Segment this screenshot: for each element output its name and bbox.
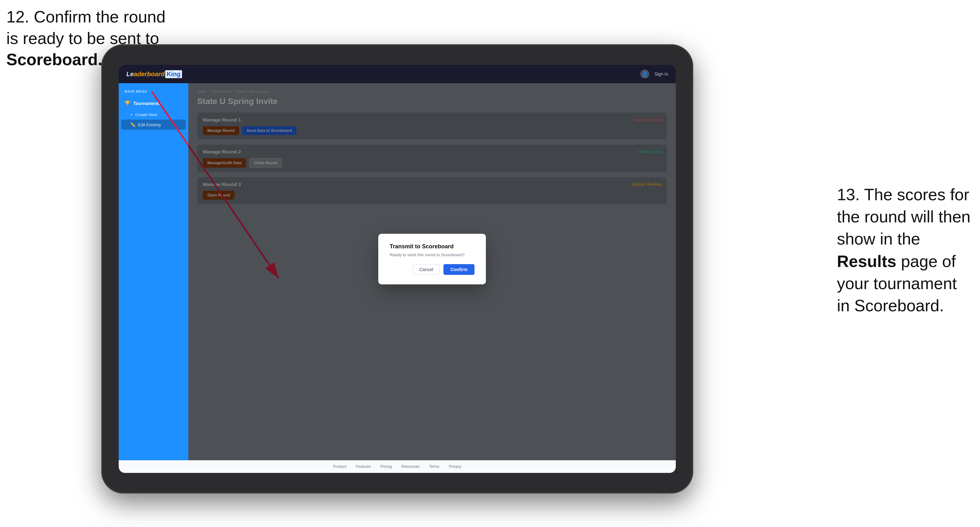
plus-icon: +: [130, 112, 133, 117]
modal-actions: Cancel Confirm: [390, 264, 474, 275]
footer: Product Features Pricing Resources Terms…: [119, 460, 676, 473]
top-nav: Le aderboard King 👤 Sign In: [119, 65, 676, 83]
tablet-device: Le aderboard King 👤 Sign In MAIN MENU 🏆 …: [101, 44, 693, 494]
user-avatar-icon[interactable]: 👤: [640, 70, 649, 78]
logo-leaderboard: Le: [126, 71, 134, 78]
annotation-bold: Scoreboard.: [6, 50, 102, 69]
edit-existing-label: Edit Existing: [138, 122, 161, 127]
annotation-right: 13. The scores forthe round will thensho…: [837, 184, 970, 317]
content-area: Home › Tournaments › State U Spring Invi…: [188, 83, 676, 460]
footer-resources-link[interactable]: Resources: [401, 464, 419, 469]
modal-cancel-button[interactable]: Cancel: [413, 264, 440, 275]
footer-privacy-link[interactable]: Privacy: [449, 464, 461, 469]
annotation-results-bold: Results: [837, 252, 896, 270]
modal-subtitle: Ready to send this round to Scoreboard?: [390, 252, 474, 257]
transmit-modal: Transmit to Scoreboard Ready to send thi…: [378, 234, 486, 284]
modal-title: Transmit to Scoreboard: [390, 243, 474, 250]
sidebar-item-create-new[interactable]: + Create New: [119, 110, 188, 119]
logo-king: King: [165, 70, 182, 78]
annotation-step-13: 13. The scores forthe round will thensho…: [837, 186, 970, 315]
footer-pricing-link[interactable]: Pricing: [380, 464, 392, 469]
annotation-step-12: 12. Confirm the round: [6, 8, 165, 26]
nav-right: 👤 Sign In: [640, 70, 668, 78]
edit-icon: ✏️: [130, 122, 135, 127]
annotation-line2: is ready to be sent to: [6, 29, 159, 48]
tournaments-label: Tournaments: [133, 101, 161, 106]
tablet-screen: Le aderboard King 👤 Sign In MAIN MENU 🏆 …: [119, 65, 676, 473]
sign-in-label: Sign In: [654, 71, 668, 76]
sidebar: MAIN MENU 🏆 Tournaments + Create New ✏️ …: [119, 83, 188, 460]
logo-area: Le aderboard King: [126, 70, 182, 78]
main-menu-label: MAIN MENU: [119, 89, 188, 97]
modal-confirm-button[interactable]: Confirm: [444, 264, 474, 275]
create-new-label: Create New: [135, 112, 157, 117]
main-content: MAIN MENU 🏆 Tournaments + Create New ✏️ …: [119, 83, 676, 460]
trophy-icon: 🏆: [124, 100, 131, 106]
sidebar-item-tournaments[interactable]: 🏆 Tournaments: [119, 97, 188, 110]
modal-overlay: Transmit to Scoreboard Ready to send thi…: [188, 83, 676, 460]
footer-terms-link[interactable]: Terms: [429, 464, 439, 469]
footer-product-link[interactable]: Product: [333, 464, 346, 469]
annotation-top-left: 12. Confirm the round is ready to be sen…: [6, 6, 165, 71]
logo: Le aderboard King: [126, 70, 182, 78]
sign-in-button[interactable]: Sign In: [654, 71, 668, 76]
sidebar-item-edit-existing[interactable]: ✏️ Edit Existing: [121, 119, 186, 130]
footer-features-link[interactable]: Features: [356, 464, 371, 469]
logo-accent: aderboard: [134, 71, 165, 78]
